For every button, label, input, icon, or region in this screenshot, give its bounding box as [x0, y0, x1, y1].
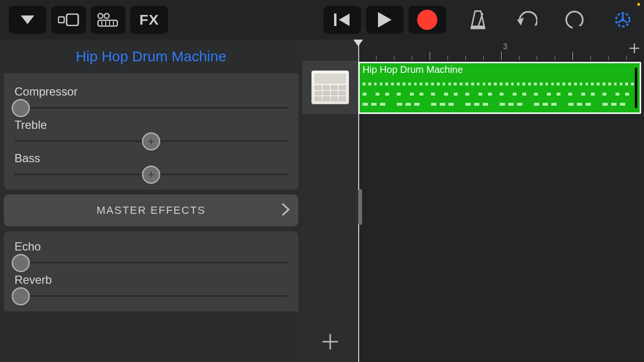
ruler-tick-minor	[412, 56, 412, 60]
note-row	[363, 93, 637, 96]
timeline-area[interactable]: 357 Hip Hop Drum Machine	[358, 40, 644, 362]
midi-note	[465, 103, 471, 106]
master-effects-row[interactable]: MASTER EFFECTS	[4, 195, 298, 226]
midi-note	[620, 103, 625, 106]
treble-slider[interactable]	[14, 140, 288, 142]
record-button[interactable]	[408, 6, 446, 34]
left-button-group: FX	[9, 6, 173, 34]
ruler[interactable]: 357	[358, 40, 644, 61]
panel-scroll-hint	[4, 73, 298, 78]
metronome-button[interactable]	[465, 7, 490, 32]
fx-button[interactable]: FX	[130, 6, 168, 34]
midi-note	[483, 103, 488, 106]
view-mode-button[interactable]	[51, 6, 86, 34]
ruler-tick-minor	[555, 56, 555, 60]
ruler-tick-minor	[519, 56, 519, 60]
midi-note	[448, 103, 454, 106]
rewind-button[interactable]	[323, 6, 361, 34]
midi-region[interactable]: Hip Hop Drum Machine	[358, 62, 641, 114]
midi-note	[608, 83, 611, 85]
arrangement-area: 357 Hip Hop Drum Machine	[302, 40, 644, 362]
transport-group	[323, 6, 451, 34]
add-region-button[interactable]	[629, 42, 640, 56]
midi-note	[602, 83, 605, 85]
slider-echo: Echo	[14, 240, 288, 264]
midi-note	[397, 83, 400, 85]
slider-knob[interactable]	[142, 166, 160, 184]
svg-rect-1	[58, 17, 64, 23]
bass-slider[interactable]	[14, 174, 288, 175]
slider-knob[interactable]	[12, 287, 30, 306]
midi-note	[385, 93, 389, 96]
midi-note	[460, 83, 462, 85]
reverb-slider[interactable]	[14, 295, 288, 297]
undo-button[interactable]	[514, 7, 539, 32]
track-settings-panel: Hip Hop Drum Machine Compressor Treble B…	[0, 40, 302, 362]
svg-marker-12	[378, 12, 392, 28]
slider-knob[interactable]	[12, 99, 30, 117]
midi-note	[414, 83, 417, 85]
play-button[interactable]	[366, 6, 404, 34]
ruler-tick-minor	[448, 56, 448, 60]
mixer-button[interactable]	[91, 6, 126, 34]
midi-note	[508, 103, 514, 106]
midi-note	[483, 83, 486, 85]
midi-note	[440, 103, 445, 106]
slider-bass: Bass	[14, 152, 288, 175]
view-mode-icon	[58, 14, 79, 26]
svg-rect-10	[334, 14, 336, 26]
record-icon	[417, 10, 437, 30]
midi-note	[631, 83, 634, 85]
ruler-tick-major	[430, 52, 430, 60]
plus-icon	[322, 333, 339, 350]
svg-point-4	[104, 14, 109, 18]
midi-note	[500, 93, 504, 96]
master-effects-label: MASTER EFFECTS	[97, 204, 206, 217]
midi-note	[488, 93, 492, 96]
midi-note	[581, 93, 585, 96]
midi-note	[522, 83, 525, 85]
svg-rect-17	[573, 26, 581, 30]
panel-title[interactable]: Hip Hop Drum Machine	[0, 40, 302, 73]
dropdown-button[interactable]	[9, 6, 46, 34]
midi-note	[448, 83, 451, 85]
slider-knob[interactable]	[142, 132, 160, 151]
region-handle-right[interactable]	[635, 68, 637, 108]
midi-note	[534, 93, 538, 96]
slider-label: Compressor	[14, 85, 288, 98]
svg-rect-2	[67, 14, 78, 26]
midi-note	[614, 83, 617, 85]
svg-marker-0	[21, 15, 34, 24]
ruler-tick-minor	[465, 56, 466, 60]
play-icon	[378, 12, 392, 28]
midi-note	[425, 83, 428, 85]
slider-knob[interactable]	[12, 254, 30, 272]
loop-button[interactable]	[562, 7, 587, 32]
vertical-scroll-indicator[interactable]	[358, 189, 362, 225]
midi-note	[465, 93, 469, 96]
add-track-button[interactable]	[302, 327, 358, 356]
midi-note	[528, 83, 531, 85]
midi-note	[454, 83, 457, 85]
midi-note	[391, 83, 394, 85]
midi-note	[586, 103, 591, 106]
compressor-slider[interactable]	[14, 107, 288, 109]
ruler-tick-major	[358, 52, 359, 60]
ruler-tick-minor	[483, 56, 484, 60]
midi-note	[414, 103, 420, 106]
rewind-icon	[334, 13, 350, 27]
midi-note	[522, 93, 526, 96]
slider-label: Reverb	[14, 273, 288, 287]
midi-note	[397, 103, 402, 106]
track-header[interactable]	[302, 61, 358, 114]
svg-marker-11	[339, 14, 350, 26]
midi-note	[363, 93, 366, 96]
midi-note	[546, 83, 548, 85]
midi-note	[420, 93, 423, 96]
settings-button[interactable]	[610, 7, 635, 32]
slider-reverb: Reverb	[14, 273, 288, 297]
midi-note	[374, 83, 377, 85]
svg-point-16	[566, 12, 583, 28]
echo-slider[interactable]	[14, 262, 288, 264]
slider-label: Treble	[14, 118, 288, 132]
